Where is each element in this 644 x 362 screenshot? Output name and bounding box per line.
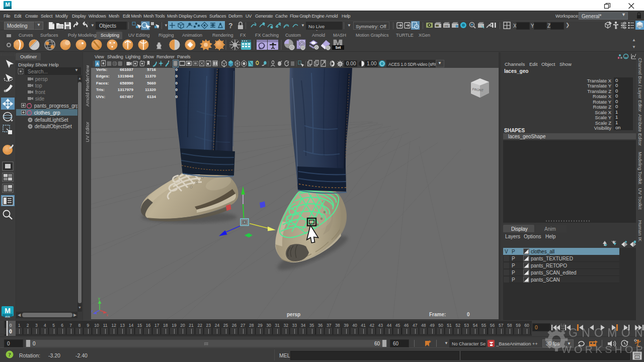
svg-text:?: ? [8, 351, 11, 357]
svg-text:M: M [5, 307, 11, 315]
svg-text:(i): (i) [636, 356, 638, 359]
svg-text:0: 0 [467, 312, 470, 317]
svg-text:IPR: IPR [444, 25, 449, 28]
svg-text:y: y [98, 296, 100, 301]
svg-text:x: x [106, 313, 108, 317]
svg-text:AYA: AYA [5, 315, 10, 318]
svg-text:z: z [91, 309, 93, 313]
svg-text:Frame:: Frame: [429, 312, 446, 317]
svg-text:M: M [5, 2, 10, 8]
svg-text:Set: Set [336, 46, 342, 49]
svg-text:persp: persp [287, 312, 300, 317]
svg-text:?: ? [228, 22, 233, 30]
svg-text:A: A [96, 61, 99, 66]
